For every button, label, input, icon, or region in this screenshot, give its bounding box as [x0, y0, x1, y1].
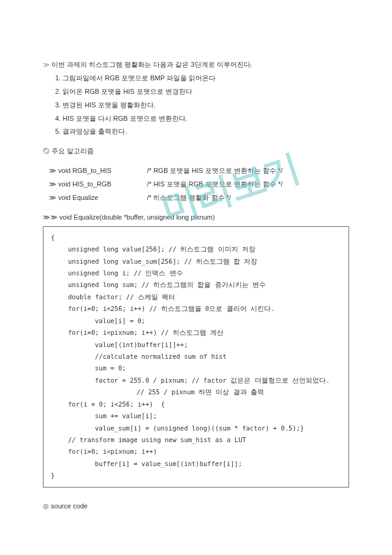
algo-func-comment: /* 히스토그램 평활화 함수 */ [147, 191, 349, 204]
code-block: { unsigned long value[256]; // 히스토그램 이미지… [43, 226, 349, 488]
code-line: // transform image using new sum_hist as… [51, 434, 341, 446]
code-line: for(i = 0; i<256; i++) { [51, 399, 341, 410]
code-line: factor = 255.0 / pixnum; // factor 값은은 더… [51, 375, 341, 386]
code-line: buffer[i] = value_sum[(int)buffer[i]]; [51, 458, 341, 470]
code-line: sum += value[i]; [51, 410, 341, 422]
fn-text: void Equalize(double *buffer, unsigned l… [59, 213, 215, 221]
code-line: unsigned long sum; // 히스토그램의 합을 증가시키는 변수 [51, 279, 341, 291]
intro-step: 4. HIS 포맷을 다시 RGB 포맷으로 변환한다. [43, 112, 349, 125]
code-line: double factor; // 스케일 팩터 [51, 291, 341, 303]
brace-close: } [51, 470, 341, 481]
code-line: unsigned long value_sum[256]; // 히스토그램 합… [51, 256, 341, 267]
algo-func-name: ≫ void HIS_to_RGB [43, 178, 147, 191]
algo-row: ≫ void HIS_to_RGB /* HIS 포맷을 RGB 포맷으로 변환… [43, 178, 349, 191]
code-line: unsigned long value[256]; // 히스토그램 이미지 저… [51, 243, 341, 255]
intro-prefix: ≫ [43, 61, 51, 68]
code-line: //calculate normalized sum of hist [51, 351, 341, 362]
algo-row: ≫ void Equalize /* 히스토그램 평활화 함수 */ [43, 191, 349, 204]
code-line: for(i=0; i<pixnum; i++) [51, 446, 341, 457]
algo-func-comment: /* HIS 포맷을 RGB 포맷으로 변환하는 함수 */ [147, 178, 349, 191]
code-line: for(i=0; i<256; i++) // 히스토그램을 0으로 클리어 시… [51, 303, 341, 315]
code-line: for(i=0; i<pixnum; i++) // 히스토그램 계산 [51, 327, 341, 339]
algo-func-name: ≫ void Equalize [43, 191, 147, 204]
code-line: value[(int)buffer[i]]++; [51, 339, 341, 351]
section-algo-header: ◎ 주요 알고리즘 [43, 145, 349, 158]
code-line: value_sum[i] = (unsigned long)((sum * fa… [51, 423, 341, 434]
intro-step: 3. 변경된 HIS 포맷을 평활화한다. [43, 99, 349, 112]
algo-func-comment: /* RGB 포맷을 HIS 포맷으로 변환하는 함수 */ [147, 164, 349, 177]
code-body: unsigned long value[256]; // 히스토그램 이미지 저… [51, 243, 341, 470]
algo-func-name: ≫ void RGB_to_HIS [43, 164, 147, 177]
circle-marker-icon: ◎ [43, 502, 51, 510]
section-algo-title: 주요 알고리즘 [51, 147, 94, 155]
intro-text: 이번 과제의 히스토그램 평활화는 다음과 같은 3단계로 이루어진다. [51, 61, 252, 68]
section-source-header: ◎ source code [43, 500, 349, 513]
code-line: // 255 / pixnum 하면 이상 결과 출력 [51, 386, 341, 398]
brace-open: { [51, 232, 341, 243]
code-line: unsigned long i; // 인덱스 변수 [51, 267, 341, 279]
intro-step: 2. 읽어온 RGB 포맷을 HIS 포맷으로 변경한다 [43, 85, 349, 98]
intro-line: ≫ 이번 과제의 히스토그램 평활화는 다음과 같은 3단계로 이루어진다. [43, 58, 349, 71]
code-line: value[i] = 0; [51, 315, 341, 327]
section-source-title: source code [51, 502, 88, 510]
code-line: sum = 0; [51, 362, 341, 374]
intro-step: 1. 그림파일에서 RGB 포맷으로 BMP 파일을 읽어온다 [43, 72, 349, 85]
circle-marker-icon: ◎ [43, 147, 51, 155]
function-signature: ≫≫ void Equalize(double *buffer, unsigne… [43, 211, 349, 224]
intro-step: 5. 결과영상을 출력한다. [43, 125, 349, 138]
algo-row: ≫ void RGB_to_HIS /* RGB 포맷을 HIS 포맷으로 변환… [43, 164, 349, 177]
fn-prefix: ≫≫ [43, 213, 59, 221]
